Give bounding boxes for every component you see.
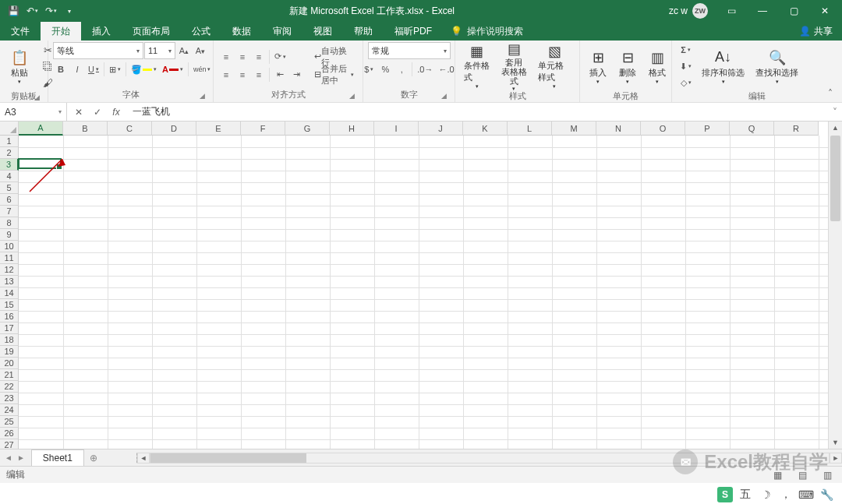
- column-header[interactable]: I: [374, 122, 419, 136]
- column-header[interactable]: G: [285, 122, 330, 136]
- row-header[interactable]: 4: [0, 171, 19, 182]
- fill-color-button[interactable]: 🪣▾: [129, 62, 159, 77]
- cancel-formula-button[interactable]: ✕: [70, 104, 87, 120]
- accounting-format-button[interactable]: $▾: [361, 62, 377, 77]
- view-normal-button[interactable]: ▦: [769, 468, 786, 482]
- number-format-combo[interactable]: 常规▾: [368, 42, 451, 59]
- row-header[interactable]: 18: [0, 334, 19, 346]
- ribbon-display-options-icon[interactable]: ▭: [716, 0, 747, 22]
- clipboard-launcher-icon[interactable]: ◢: [32, 93, 41, 102]
- tab-foxit-pdf[interactable]: 福昕PDF: [384, 22, 443, 41]
- insert-cells-button[interactable]: ⊞插入▾: [585, 42, 611, 90]
- tab-home[interactable]: 开始: [41, 22, 81, 41]
- select-all-button[interactable]: [0, 122, 19, 136]
- column-header[interactable]: A: [19, 122, 63, 136]
- row-header[interactable]: 15: [0, 299, 19, 311]
- row-header[interactable]: 19: [0, 346, 19, 358]
- column-header[interactable]: F: [241, 122, 285, 136]
- row-header[interactable]: 8: [0, 217, 19, 229]
- view-page-break-button[interactable]: ▥: [819, 468, 836, 482]
- comma-button[interactable]: ,: [394, 62, 409, 77]
- row-header[interactable]: 1: [0, 136, 19, 147]
- sheet-tab-active[interactable]: Sheet1: [31, 449, 84, 466]
- column-header[interactable]: R: [774, 122, 819, 136]
- column-header[interactable]: D: [152, 122, 196, 136]
- name-box-dropdown-icon[interactable]: ▾: [58, 108, 62, 115]
- number-launcher-icon[interactable]: ◢: [439, 91, 448, 100]
- tab-data[interactable]: 数据: [221, 22, 262, 41]
- tab-file[interactable]: 文件: [0, 22, 41, 41]
- hscroll-left-icon[interactable]: ◄: [137, 453, 150, 463]
- column-header[interactable]: O: [641, 122, 685, 136]
- qat-redo-icon[interactable]: ↷▾: [42, 2, 59, 19]
- column-header[interactable]: J: [419, 122, 463, 136]
- collapse-ribbon-icon[interactable]: ˄: [823, 86, 837, 100]
- align-top-button[interactable]: ≡: [218, 49, 234, 65]
- row-header[interactable]: 24: [0, 404, 19, 416]
- column-header[interactable]: K: [463, 122, 508, 136]
- decrease-indent-button[interactable]: ⇤: [272, 67, 288, 83]
- row-header[interactable]: 21: [0, 369, 19, 381]
- align-left-button[interactable]: ≡: [218, 67, 234, 83]
- align-bottom-button[interactable]: ≡: [251, 49, 267, 65]
- sort-filter-button[interactable]: A↓排序和筛选▾: [698, 42, 748, 90]
- row-header[interactable]: 25: [0, 416, 19, 428]
- insert-function-button[interactable]: fx: [108, 104, 125, 120]
- new-sheet-button[interactable]: ⊕: [84, 449, 103, 466]
- ime-comma-icon[interactable]: ，: [778, 487, 794, 502]
- align-center-button[interactable]: ≡: [235, 67, 250, 83]
- expand-formula-bar-icon[interactable]: ˅: [828, 103, 842, 121]
- tab-insert[interactable]: 插入: [81, 22, 122, 41]
- row-header[interactable]: 7: [0, 206, 19, 217]
- tab-view[interactable]: 视图: [302, 22, 343, 41]
- horizontal-scroll-thumb[interactable]: [150, 453, 306, 463]
- qat-save-icon[interactable]: 💾: [5, 2, 22, 19]
- column-header[interactable]: N: [596, 122, 641, 136]
- row-header[interactable]: 26: [0, 428, 19, 439]
- border-button[interactable]: ⊞▾: [107, 62, 123, 77]
- row-header[interactable]: 2: [0, 147, 19, 159]
- row-header[interactable]: 14: [0, 287, 19, 299]
- column-header[interactable]: M: [552, 122, 596, 136]
- row-header[interactable]: 9: [0, 229, 19, 241]
- hscroll-right-icon[interactable]: ►: [830, 453, 842, 463]
- italic-button[interactable]: I: [69, 62, 85, 77]
- row-header[interactable]: 12: [0, 264, 19, 276]
- font-name-combo[interactable]: 等线▾: [53, 42, 143, 59]
- column-header[interactable]: C: [108, 122, 152, 136]
- tab-help[interactable]: 帮助: [343, 22, 384, 41]
- bold-button[interactable]: B: [53, 62, 69, 77]
- enter-formula-button[interactable]: ✓: [89, 104, 106, 120]
- scroll-down-icon[interactable]: ▼: [829, 436, 842, 449]
- vertical-scrollbar[interactable]: ▲ ▼: [828, 122, 842, 449]
- align-right-button[interactable]: ≡: [251, 67, 267, 83]
- decrease-font-button[interactable]: A▾: [193, 43, 208, 58]
- autosum-button[interactable]: Σ▾: [677, 42, 695, 58]
- row-header[interactable]: 20: [0, 358, 19, 369]
- merge-center-button[interactable]: ⊟ 合并后居中▾: [310, 67, 358, 83]
- column-header[interactable]: Q: [730, 122, 774, 136]
- ime-keyboard-icon[interactable]: ⌨: [798, 487, 814, 502]
- alignment-launcher-icon[interactable]: ◢: [347, 91, 356, 100]
- share-button[interactable]: 👤 共享: [790, 22, 842, 41]
- font-size-combo[interactable]: 11▾: [144, 42, 175, 59]
- underline-button[interactable]: U▾: [86, 62, 101, 77]
- wrap-text-button[interactable]: ↩ 自动换行: [310, 49, 358, 65]
- qat-undo-icon[interactable]: ↶▾: [23, 2, 41, 19]
- ime-settings-icon[interactable]: 🔧: [819, 487, 834, 502]
- sheet-nav-prev-icon[interactable]: ◄: [5, 453, 12, 462]
- orientation-button[interactable]: ⟳▾: [272, 49, 288, 65]
- increase-indent-button[interactable]: ⇥: [288, 67, 304, 83]
- ime-engine-button[interactable]: S: [717, 487, 733, 502]
- formula-input[interactable]: 一蓝飞机: [128, 103, 828, 121]
- increase-decimal-button[interactable]: .0→: [415, 62, 435, 77]
- tab-formulas[interactable]: 公式: [181, 22, 221, 41]
- find-select-button[interactable]: 🔍查找和选择▾: [752, 42, 802, 90]
- row-header[interactable]: 16: [0, 311, 19, 322]
- increase-font-button[interactable]: A▴: [176, 43, 192, 58]
- account-button[interactable]: zc w ZW: [661, 3, 716, 19]
- window-minimize-icon[interactable]: —: [747, 0, 778, 22]
- row-header[interactable]: 5: [0, 182, 19, 194]
- ime-moon-icon[interactable]: ☽: [758, 487, 773, 502]
- ime-char-button[interactable]: 五: [738, 487, 753, 502]
